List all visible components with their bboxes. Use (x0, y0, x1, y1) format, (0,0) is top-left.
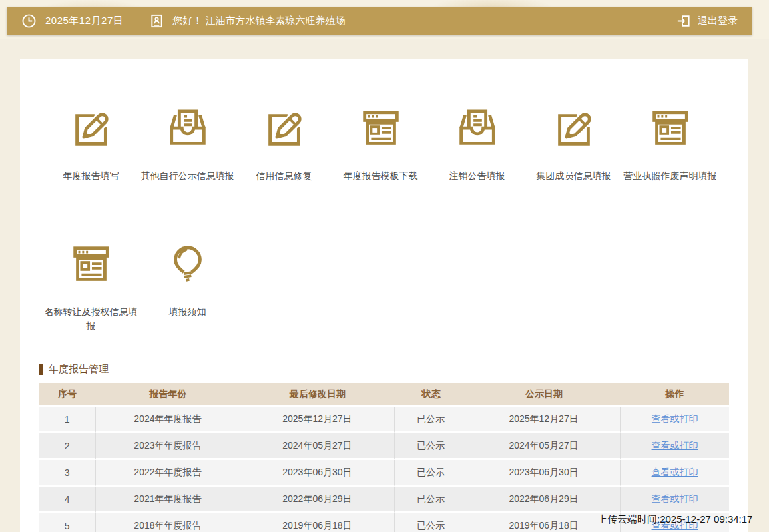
feature-group-member-info[interactable]: 集团成员信息填报 (525, 107, 622, 184)
cell-status: 已公示 (395, 407, 467, 433)
topbar-divider (138, 14, 138, 29)
view-or-print-link[interactable]: 查看或打印 (652, 440, 698, 451)
col-header-publish-date: 公示日期 (467, 383, 621, 407)
view-or-print-link[interactable]: 查看或打印 (652, 413, 698, 424)
cell-last-modified: 2023年06月30日 (240, 460, 395, 487)
cell-publish-date: 2025年12月27日 (467, 407, 621, 433)
logout-label: 退出登录 (698, 15, 738, 27)
cell-status: 已公示 (395, 487, 467, 513)
table-row: 3 2022年年度报告 2023年06月30日 已公示 2023年06月30日 … (39, 460, 729, 487)
feature-label: 名称转让及授权信息填报 (43, 305, 139, 334)
cell-action: 查看或打印 (621, 487, 729, 513)
col-header-last-modified: 最后修改日期 (240, 383, 395, 407)
cell-last-modified: 2022年06月29日 (240, 487, 395, 513)
browser-icon (68, 280, 115, 291)
edit-icon (261, 144, 308, 155)
user-greeting: 您好！ 江油市方水镇李素琼六旺养殖场 (172, 15, 345, 27)
feature-credit-repair[interactable]: 信用信息修复 (236, 107, 332, 184)
annual-report-management-section: 年度报告管理 序号 报告年份 最后修改日期 状态 公示日期 操作 1 (39, 363, 729, 532)
cell-report-year: 2021年年度报告 (96, 487, 240, 513)
cell-publish-date: 2024年05月27日 (467, 433, 621, 460)
inbox-icon (454, 144, 501, 155)
cell-report-year: 2024年年度报告 (96, 407, 240, 433)
feature-label: 集团成员信息填报 (525, 169, 622, 184)
cell-last-modified: 2024年05月27日 (240, 433, 395, 460)
lightbulb-icon (164, 280, 211, 291)
cell-last-modified: 2019年06月18日 (240, 513, 395, 532)
feature-name-transfer-authorization[interactable]: 名称转让及授权信息填报 (43, 242, 139, 334)
clock-icon (21, 13, 37, 29)
feature-label: 填报须知 (139, 305, 236, 320)
feature-label: 其他自行公示信息填报 (139, 169, 236, 184)
cell-last-modified: 2025年12月27日 (240, 407, 395, 433)
table-row: 1 2024年年度报告 2025年12月27日 已公示 2025年12月27日 … (39, 407, 729, 433)
logout-icon (676, 13, 691, 29)
feature-icon-grid: 年度报告填写 其他自行公示信息填报 信用信息修复 年度报告模板下载 注销公告填报… (20, 59, 748, 334)
browser-icon (647, 144, 694, 155)
col-header-status: 状态 (395, 383, 467, 407)
topbar: 2025年12月27日 您好！ 江油市方水镇李素琼六旺养殖场 退出登录 (7, 7, 752, 35)
cell-index: 1 (39, 407, 96, 433)
cell-index: 2 (39, 433, 96, 460)
current-date: 2025年12月27日 (45, 15, 123, 27)
feature-cancellation-notice[interactable]: 注销公告填报 (429, 107, 525, 184)
cell-action: 查看或打印 (621, 407, 729, 433)
feature-other-public-info[interactable]: 其他自行公示信息填报 (139, 107, 236, 184)
cell-action: 查看或打印 (621, 460, 729, 487)
section-title-marker (39, 364, 43, 375)
feature-license-void-declaration[interactable]: 营业执照作废声明填报 (622, 107, 718, 184)
cell-report-year: 2023年年度报告 (96, 433, 240, 460)
col-header-report-year: 报告年份 (96, 383, 240, 407)
table-row: 4 2021年年度报告 2022年06月29日 已公示 2022年06月29日 … (39, 487, 729, 513)
logout-button[interactable]: 退出登录 (676, 13, 738, 29)
col-header-index: 序号 (39, 383, 96, 407)
section-title-text: 年度报告管理 (49, 363, 109, 376)
cell-report-year: 2018年年度报告 (96, 513, 240, 532)
feature-label: 信用信息修复 (236, 169, 332, 184)
col-header-action: 操作 (621, 383, 729, 407)
feature-label: 年度报告模板下载 (332, 169, 429, 184)
cell-report-year: 2022年年度报告 (96, 460, 240, 487)
feature-label: 年度报告填写 (43, 169, 139, 184)
cell-index: 4 (39, 487, 96, 513)
edit-icon (68, 144, 115, 155)
feature-label: 营业执照作废声明填报 (622, 169, 718, 184)
cell-status: 已公示 (395, 513, 467, 532)
cell-publish-date: 2022年06月29日 (467, 487, 621, 513)
cell-publish-date: 2023年06月30日 (467, 460, 621, 487)
feature-filing-instructions[interactable]: 填报须知 (139, 242, 236, 334)
annual-report-table: 序号 报告年份 最后修改日期 状态 公示日期 操作 1 2024年年度报告 20… (39, 383, 729, 532)
cell-status: 已公示 (395, 433, 467, 460)
feature-label: 注销公告填报 (429, 169, 525, 184)
upload-time-watermark: 上传云端时间:2025-12-27 09:34:17 (597, 513, 752, 526)
cell-action: 查看或打印 (621, 433, 729, 460)
browser-icon (358, 144, 404, 155)
user-badge-icon (149, 13, 164, 29)
view-or-print-link[interactable]: 查看或打印 (652, 493, 698, 504)
cell-index: 5 (39, 513, 96, 532)
feature-template-download[interactable]: 年度报告模板下载 (332, 107, 429, 184)
cell-index: 3 (39, 460, 96, 487)
table-header-row: 序号 报告年份 最后修改日期 状态 公示日期 操作 (39, 383, 729, 407)
inbox-icon (164, 144, 211, 155)
table-row: 2 2023年年度报告 2024年05月27日 已公示 2024年05月27日 … (39, 433, 729, 460)
edit-icon (551, 144, 597, 155)
section-title: 年度报告管理 (39, 363, 729, 376)
view-or-print-link[interactable]: 查看或打印 (652, 467, 698, 477)
cell-status: 已公示 (395, 460, 467, 487)
feature-annual-report-fill[interactable]: 年度报告填写 (43, 107, 139, 184)
main-content-card: 年度报告填写 其他自行公示信息填报 信用信息修复 年度报告模板下载 注销公告填报… (20, 59, 748, 532)
